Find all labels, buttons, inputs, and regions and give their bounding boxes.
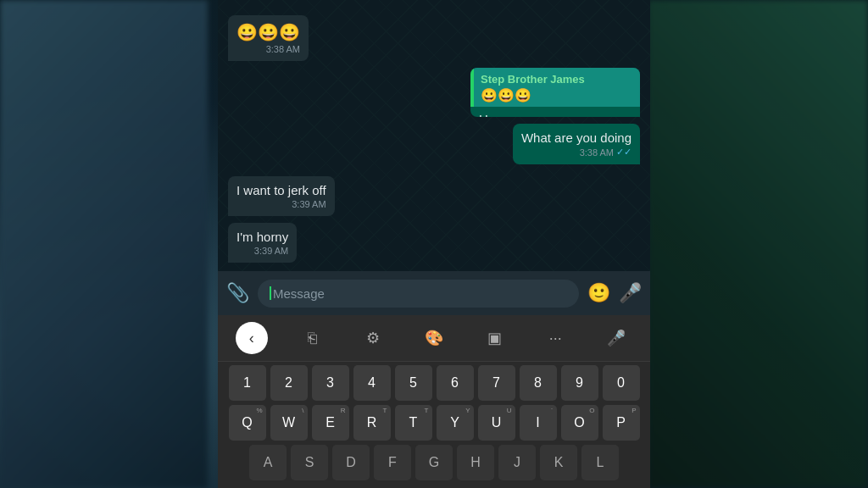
keyboard-settings-button[interactable]: ⚙ [357,322,389,354]
keyboard-more-button[interactable]: ··· [539,322,571,354]
keyboard-area: ‹ ⎗ ⚙ 🎨 ▣ ··· 🎤 [218,315,650,488]
settings-icon: ⚙ [366,329,380,347]
key-k[interactable]: K [540,445,577,480]
left-blur-panel [0,0,208,488]
keyboard-clipboard-button[interactable]: ⎗ [297,322,329,354]
key-4[interactable]: 4 [353,365,391,401]
bubble-content: Hmmm 3:38 AM ✓✓ [470,107,640,117]
key-8[interactable]: 8 [520,365,557,401]
emoji-button[interactable]: 🙂 [587,282,610,304]
key-e[interactable]: RE [312,405,349,441]
message-bubble-received-jerk: I want to jerk off 3:39 AM [228,176,335,216]
key-s[interactable]: S [291,445,328,480]
key-6[interactable]: 6 [437,365,474,401]
palette-icon: 🎨 [425,329,443,347]
chat-background: 😀😀😀 3:38 AM Step Brother James 😀😀😀 Hmmm … [218,0,650,271]
keyboard-mic-button[interactable]: 🎤 [600,322,632,354]
key-9[interactable]: 9 [561,365,598,401]
back-icon: ‹ [249,330,254,347]
key-r[interactable]: TR [353,405,391,441]
image-icon: ▣ [487,329,502,347]
quote-sender-name: Step Brother James [481,73,632,86]
message-text-hmmm: Hmmm [479,112,520,117]
phone-content-area: 😀😀😀 3:38 AM Step Brother James 😀😀😀 Hmmm … [218,0,650,488]
mic-button[interactable]: 🎤 [619,282,642,304]
right-blur-panel [648,0,868,488]
message-text-jerk: I want to jerk off [236,183,326,197]
key-i[interactable]: `I [520,405,557,441]
cursor [270,286,271,300]
key-p[interactable]: PP [603,405,640,441]
keyboard-toolbar: ‹ ⎗ ⚙ 🎨 ▣ ··· 🎤 [218,315,650,362]
key-2[interactable]: 2 [270,365,308,401]
keyboard-image-button[interactable]: ▣ [479,322,511,354]
message-bubble-sent-doing: What are you doing 3:38 AM ✓✓ [513,124,640,164]
message-bubble-sent-quoted: Step Brother James 😀😀😀 Hmmm 3:38 AM ✓✓ [470,68,640,117]
key-7[interactable]: 7 [478,365,515,401]
key-u[interactable]: UU [478,405,515,441]
message-text-doing: What are you doing [521,130,632,145]
keyboard-back-button[interactable]: ‹ [236,322,268,354]
keyboard-mic-icon: 🎤 [607,329,626,347]
key-w[interactable]: \W [270,405,308,441]
key-1[interactable]: 1 [229,365,266,401]
key-l[interactable]: L [581,445,619,480]
message-bubble-received-horny: I'm horny 3:39 AM [228,223,297,263]
keyboard-palette-button[interactable]: 🎨 [418,322,450,354]
key-y[interactable]: YY [437,405,474,441]
message-timestamp-3: 3:38 AM [580,147,614,158]
keyboard-rows: 1 2 3 4 5 6 7 8 9 0 %Q \W RE TR [218,362,650,488]
clipboard-icon: ⎗ [308,330,317,347]
key-5[interactable]: 5 [395,365,432,401]
message-timestamp-1: 3:38 AM [266,44,300,54]
key-h[interactable]: H [457,445,494,480]
message-timestamp-4: 3:39 AM [292,199,326,209]
key-3[interactable]: 3 [312,365,349,401]
message-input-area: 📎 Message 🙂 🎤 [218,271,650,315]
key-o[interactable]: OO [561,405,598,441]
more-icon: ··· [549,330,562,347]
key-g[interactable]: G [415,445,453,480]
key-t[interactable]: TT [395,405,432,441]
key-0[interactable]: 0 [603,365,640,401]
emoji-content: 😀😀😀 [236,22,300,42]
asdf-row: A S D F G H J K L [220,445,648,480]
quote-bar: Step Brother James 😀😀😀 [470,68,640,107]
double-tick-3: ✓✓ [616,147,632,158]
emoji-icons: 😀😀😀 [236,22,300,42]
message-timestamp-5: 3:39 AM [254,246,288,256]
key-a[interactable]: A [249,445,287,480]
number-row: 1 2 3 4 5 6 7 8 9 0 [220,365,648,401]
attach-icon[interactable]: 📎 [226,282,249,304]
key-j[interactable]: J [498,445,536,480]
message-input[interactable]: Message [258,280,579,308]
key-d[interactable]: D [332,445,370,480]
input-placeholder: Message [273,286,325,301]
key-q[interactable]: %Q [229,405,266,441]
quote-emoji: 😀😀😀 [481,87,632,103]
qwerty-row: %Q \W RE TR TT YY UU `I OO PP [220,405,648,441]
message-bubble-received-emoji: 😀😀😀 3:38 AM [228,15,309,61]
outer-background: 😀😀😀 3:38 AM Step Brother James 😀😀😀 Hmmm … [0,0,868,488]
key-f[interactable]: F [374,445,411,480]
message-text-horny: I'm horny [236,230,288,244]
